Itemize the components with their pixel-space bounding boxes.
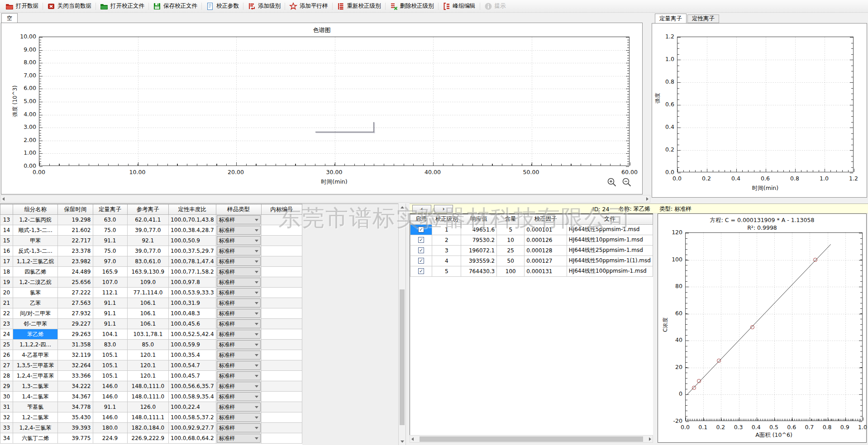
cell-reference-ions[interactable]: 109.0: [127, 277, 169, 288]
cell-retention-time[interactable]: 39.393: [58, 423, 93, 433]
tab-qualitative-ion[interactable]: 定性离子: [687, 14, 719, 23]
cell-internal-standard[interactable]: [261, 267, 302, 277]
sample-type-select[interactable]: 标准样: [217, 215, 261, 224]
cell-row-number[interactable]: 23: [0, 319, 13, 329]
cell-reference-ions[interactable]: 83.0,61.0: [127, 256, 169, 267]
cell-row-number[interactable]: 28: [0, 371, 13, 381]
scroll-left-icon[interactable]: [411, 437, 414, 441]
cell-reference-ions[interactable]: 148.0,111.0: [127, 392, 169, 402]
sample-type-select[interactable]: 标准样: [217, 392, 261, 401]
toolbar-button-峰组编辑[interactable]: 峰组编辑: [439, 1, 479, 12]
cell-component-name[interactable]: 苄基氯: [13, 402, 58, 412]
cell-component-name[interactable]: 六氯丁二烯: [13, 433, 58, 444]
sample-type-select[interactable]: 标准样: [217, 226, 261, 235]
scroll-down-icon[interactable]: [401, 440, 404, 443]
cell-component-name[interactable]: 乙苯: [13, 298, 58, 308]
cell-abundance-ratio[interactable]: 100.0,70.1,43.8: [169, 215, 216, 225]
cell-component-name[interactable]: 1,3,5-三甲基苯: [13, 360, 58, 371]
cell-retention-time[interactable]: 29.263: [58, 329, 93, 340]
cell-quant-ion[interactable]: 146.0: [93, 381, 127, 392]
cell-row-number[interactable]: 20: [0, 288, 13, 298]
cell-internal-standard[interactable]: [261, 402, 302, 412]
cell-retention-time[interactable]: 35.430: [58, 412, 93, 423]
cell-row-number[interactable]: 33: [0, 423, 13, 433]
scroll-right-icon[interactable]: [649, 437, 651, 441]
cell-quant-ion[interactable]: 83.0: [93, 340, 127, 350]
cell-factor[interactable]: 0.000131: [525, 266, 567, 276]
cell-amount[interactable]: 10: [497, 235, 525, 245]
cell-internal-standard[interactable]: [261, 433, 302, 444]
calibration-point-1[interactable]: [692, 386, 696, 390]
cell-internal-standard[interactable]: [261, 423, 302, 433]
cell-response[interactable]: 79530.2: [461, 235, 497, 245]
cell-abundance-ratio[interactable]: 100.0,31.9: [169, 298, 216, 308]
cell-component-name[interactable]: 顺式-1,3-二...: [13, 225, 58, 236]
cell-component-name[interactable]: 邻-二甲苯: [13, 319, 58, 329]
cell-retention-time[interactable]: 25.656: [58, 277, 93, 288]
toolbar-button-打开数据[interactable]: 打开数据: [2, 1, 42, 12]
toolbar-button-添加级别[interactable]: 添加级别: [244, 1, 284, 12]
cell-file[interactable]: HJ644线性100ppmsim-1.msd: [567, 266, 653, 276]
cell-internal-standard[interactable]: [261, 371, 302, 381]
cell-internal-standard[interactable]: [261, 246, 302, 256]
cell-row-number[interactable]: 34: [0, 433, 13, 444]
cell-abundance-ratio[interactable]: 100.0,48.3: [169, 308, 216, 319]
calibration-point-5[interactable]: [813, 258, 817, 262]
cell-row-number[interactable]: 15: [0, 236, 13, 246]
cell-level[interactable]: 3: [432, 245, 461, 256]
cell-retention-time[interactable]: 31.358: [58, 340, 93, 350]
cell-internal-standard[interactable]: [261, 298, 302, 308]
cell-component-name[interactable]: 1,2,4-三氯苯: [13, 423, 58, 433]
cell-reference-ions[interactable]: 92.1: [127, 236, 169, 246]
cell-component-name[interactable]: 氯苯: [13, 288, 58, 298]
cell-internal-standard[interactable]: [261, 319, 302, 329]
cell-component-name[interactable]: 间/对-二甲苯: [13, 308, 58, 319]
cell-quant-ion[interactable]: 165.9: [93, 267, 127, 277]
cell-abundance-ratio[interactable]: 100.0,22.4: [169, 402, 216, 412]
cell-reference-ions[interactable]: 103.1,78.1: [127, 329, 169, 340]
cell-row-number[interactable]: 27: [0, 360, 13, 371]
cell-file[interactable]: HJ644线性50ppmsim-1(1).msd: [567, 256, 653, 266]
cell-abundance-ratio[interactable]: 100.0,35.4: [169, 350, 216, 360]
cell-file[interactable]: HJ644线性5ppmsim-1.msd: [567, 224, 653, 235]
cell-reference-ions[interactable]: 182.0,184.0: [127, 423, 169, 433]
sample-type-select[interactable]: 标准样: [217, 288, 261, 297]
sample-type-select[interactable]: 标准样: [217, 434, 261, 443]
cell-internal-standard[interactable]: [261, 340, 302, 350]
cell-component-name[interactable]: 4-乙基甲苯: [13, 350, 58, 360]
zoom-in-icon[interactable]: [606, 177, 617, 189]
sample-type-select[interactable]: 标准样: [217, 382, 261, 391]
sample-type-select[interactable]: 标准样: [217, 246, 261, 256]
cell-abundance-ratio[interactable]: 100.0,59.9: [169, 340, 216, 350]
sample-type-select[interactable]: 标准样: [217, 278, 261, 287]
chromatogram-plot[interactable]: [39, 37, 630, 166]
cell-abundance-ratio[interactable]: 100.0,77.1,58.2: [169, 267, 216, 277]
cell-reference-ions[interactable]: 39.0,77.0: [127, 225, 169, 236]
sample-type-select[interactable]: 标准样: [217, 298, 261, 308]
cell-quant-ion[interactable]: 105.1: [93, 360, 127, 371]
cell-reference-ions[interactable]: 106.1: [127, 298, 169, 308]
cell-level[interactable]: 5: [432, 266, 461, 276]
cell-quant-ion[interactable]: 105.1: [93, 350, 127, 360]
cell-retention-time[interactable]: 32.119: [58, 350, 93, 360]
cell-reference-ions[interactable]: 148.0,111.0: [127, 381, 169, 392]
cell-component-name[interactable]: 苯乙烯: [13, 329, 58, 340]
sample-type-select[interactable]: 标准样: [217, 413, 261, 422]
cell-abundance-ratio[interactable]: 100.0,56.6,35.7: [169, 381, 216, 392]
level-enabled-checkbox[interactable]: ✓: [418, 227, 424, 232]
sample-type-select[interactable]: 标准样: [217, 371, 261, 380]
cell-internal-standard[interactable]: [261, 288, 302, 298]
cell-reference-ions[interactable]: 77.1,114.0: [127, 288, 169, 298]
cell-reference-ions[interactable]: 120.1: [127, 360, 169, 371]
cell-quant-ion[interactable]: 112.1: [93, 288, 127, 298]
cell-quant-ion[interactable]: 104.1: [93, 329, 127, 340]
cell-retention-time[interactable]: 29.227: [58, 319, 93, 329]
cell-quant-ion[interactable]: 146.0: [93, 392, 127, 402]
sample-type-select[interactable]: 标准样: [217, 319, 261, 328]
cell-quant-ion[interactable]: 75.0: [93, 246, 127, 256]
cell-reference-ions[interactable]: 85.0: [127, 340, 169, 350]
cell-reference-ions[interactable]: 148.0,111.1: [127, 412, 169, 423]
toolbar-button-校正参数[interactable]: 校正参数: [202, 1, 243, 12]
cell-row-number[interactable]: 17: [0, 256, 13, 267]
cell-abundance-ratio[interactable]: 100.0,54.7: [169, 360, 216, 371]
